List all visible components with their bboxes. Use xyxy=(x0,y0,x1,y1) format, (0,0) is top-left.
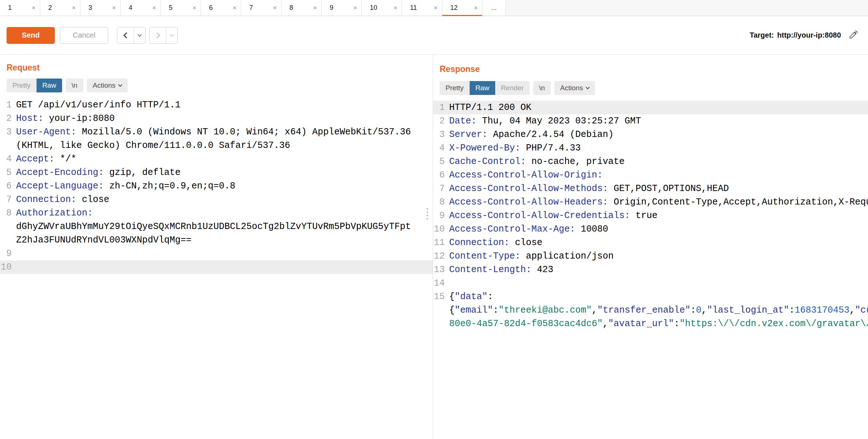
code-token: Date: xyxy=(449,116,477,126)
close-tab-icon[interactable]: × xyxy=(233,5,236,11)
forward-history-dropdown[interactable] xyxy=(166,27,177,43)
line-content: Access-Control-Allow-Origin: xyxy=(449,168,868,182)
code-token xyxy=(603,170,608,180)
repeater-tab-11[interactable]: 11× xyxy=(402,0,442,16)
code-token: Mozilla/5.0 (Windows NT 10.0; Win64; x64… xyxy=(16,127,416,151)
line-content: Server: Apache/2.4.54 (Debian) xyxy=(449,128,868,141)
code-token: GET /api/v1/user/info HTTP/1.1 xyxy=(16,100,181,110)
repeater-tab-7[interactable]: 7× xyxy=(241,0,281,16)
code-token: : xyxy=(789,305,795,316)
panel-splitter[interactable] xyxy=(433,55,433,439)
request-actions-menu[interactable]: Actions xyxy=(87,79,128,92)
code-token: , xyxy=(849,305,855,316)
close-tab-icon[interactable]: × xyxy=(434,5,437,11)
code-token: : xyxy=(674,318,679,329)
request-editor[interactable]: 1GET /api/v1/user/info HTTP/1.12Host: yo… xyxy=(0,98,433,274)
response-tab-raw[interactable]: Raw xyxy=(470,81,495,95)
line-number: 1 xyxy=(433,101,449,114)
chevron-down-icon xyxy=(170,33,174,37)
line-content: Content-Type: application/json xyxy=(449,249,868,263)
response-actions-label: Actions xyxy=(560,84,583,92)
tab-label: 11 xyxy=(410,4,417,12)
tab-overflow[interactable]: ... xyxy=(482,0,506,16)
code-token: Content-Type: xyxy=(449,251,520,262)
line-number: 6 xyxy=(0,179,16,193)
line-content: Access-Control-Max-Age: 10080 xyxy=(449,222,868,236)
editor-line: 9Access-Control-Allow-Credentials: true xyxy=(433,209,868,222)
code-token: 423 xyxy=(531,264,553,275)
editor-line: 4Accept: */* xyxy=(0,152,433,166)
repeater-tab-10[interactable]: 10× xyxy=(362,0,402,16)
line-number: 10 xyxy=(433,222,449,236)
target-url: http://your-ip:8080 xyxy=(777,31,841,39)
code-token: { xyxy=(449,291,455,302)
repeater-tab-4[interactable]: 4× xyxy=(121,0,161,16)
code-token: User-Agent: xyxy=(16,127,76,137)
close-tab-icon[interactable]: × xyxy=(32,5,35,11)
close-tab-icon[interactable]: × xyxy=(474,5,478,11)
response-view-tabs: Pretty Raw Render \n Actions Select exte… xyxy=(433,75,868,95)
cancel-button[interactable]: Cancel xyxy=(60,27,108,44)
repeater-tab-3[interactable]: 3× xyxy=(80,0,121,16)
close-tab-icon[interactable]: × xyxy=(313,5,317,11)
request-panel-header: Request xyxy=(0,55,433,73)
response-view-segment: Pretty Raw Render xyxy=(440,81,530,95)
close-tab-icon[interactable]: × xyxy=(353,5,357,11)
line-number: 2 xyxy=(433,114,449,128)
code-token: Accept: xyxy=(16,154,54,164)
code-token: "https:\/\/cdn.v2ex.com\/gravatar\/cf5b1… xyxy=(679,318,868,329)
repeater-tab-8[interactable]: 8× xyxy=(281,0,322,16)
code-token: Access-Control-Allow-Credentials: xyxy=(449,210,630,221)
send-button[interactable]: Send xyxy=(7,27,55,44)
code-token: Access-Control-Allow-Methods: xyxy=(449,183,608,194)
tab-label: 9 xyxy=(330,4,333,12)
repeater-tab-9[interactable]: 9× xyxy=(322,0,362,16)
request-view-segment: Pretty Raw xyxy=(7,79,62,92)
request-newline-toggle[interactable]: \n xyxy=(66,79,83,92)
editor-line: 7Access-Control-Allow-Methods: GET,POST,… xyxy=(433,182,868,195)
close-tab-icon[interactable]: × xyxy=(112,5,116,11)
repeater-tab-1[interactable]: 1× xyxy=(0,0,40,16)
code-token: Accept-Language: xyxy=(16,181,104,191)
response-editor[interactable]: 1HTTP/1.1 200 OK2Date: Thu, 04 May 2023 … xyxy=(433,101,868,331)
response-newline-toggle[interactable]: \n xyxy=(533,81,551,95)
editor-line: 7Connection: close xyxy=(0,193,433,206)
repeater-tab-12[interactable]: 12× xyxy=(442,0,482,16)
request-tab-raw[interactable]: Raw xyxy=(37,79,62,92)
line-number: 12 xyxy=(433,249,449,263)
line-content: Connection: close xyxy=(16,193,433,206)
close-tab-icon[interactable]: × xyxy=(193,5,196,11)
code-token: your-ip:8080 xyxy=(43,113,115,124)
close-tab-icon[interactable]: × xyxy=(273,5,277,11)
editor-line: 2Host: your-ip:8080 xyxy=(0,112,433,125)
request-tab-pretty[interactable]: Pretty xyxy=(7,79,37,92)
code-token: : xyxy=(493,305,499,316)
response-tab-pretty[interactable]: Pretty xyxy=(440,81,470,95)
editor-line: 5Accept-Encoding: gzip, deflate xyxy=(0,166,433,179)
forward-button[interactable] xyxy=(149,27,166,43)
tab-label: 3 xyxy=(88,4,92,12)
code-token: */* xyxy=(54,154,76,164)
line-number: 8 xyxy=(433,195,449,209)
code-token: , xyxy=(603,318,608,329)
close-tab-icon[interactable]: × xyxy=(394,5,397,11)
code-token: Accept-Encoding: xyxy=(16,167,104,178)
close-tab-icon[interactable]: × xyxy=(72,5,76,11)
line-number: 3 xyxy=(433,128,449,141)
editor-line: 1HTTP/1.1 200 OK xyxy=(433,101,868,114)
edit-target-button[interactable] xyxy=(848,29,859,42)
back-history-dropdown[interactable] xyxy=(134,27,145,43)
line-content: Host: your-ip:8080 xyxy=(16,112,433,125)
editor-line: 4X-Powered-By: PHP/7.4.33 xyxy=(433,141,868,155)
back-button[interactable] xyxy=(117,27,134,43)
repeater-tab-6[interactable]: 6× xyxy=(201,0,241,16)
close-tab-icon[interactable]: × xyxy=(152,5,156,11)
response-actions-menu[interactable]: Actions xyxy=(554,81,595,95)
response-tab-render[interactable]: Render xyxy=(495,81,530,95)
repeater-tab-2[interactable]: 2× xyxy=(40,0,80,16)
chevron-right-icon xyxy=(154,32,160,38)
tab-label: 7 xyxy=(249,4,253,12)
request-panel: Request Pretty Raw \n Actions 1GET /api/… xyxy=(0,55,433,439)
repeater-tab-5[interactable]: 5× xyxy=(161,0,201,16)
line-content: GET /api/v1/user/info HTTP/1.1 xyxy=(16,98,433,112)
